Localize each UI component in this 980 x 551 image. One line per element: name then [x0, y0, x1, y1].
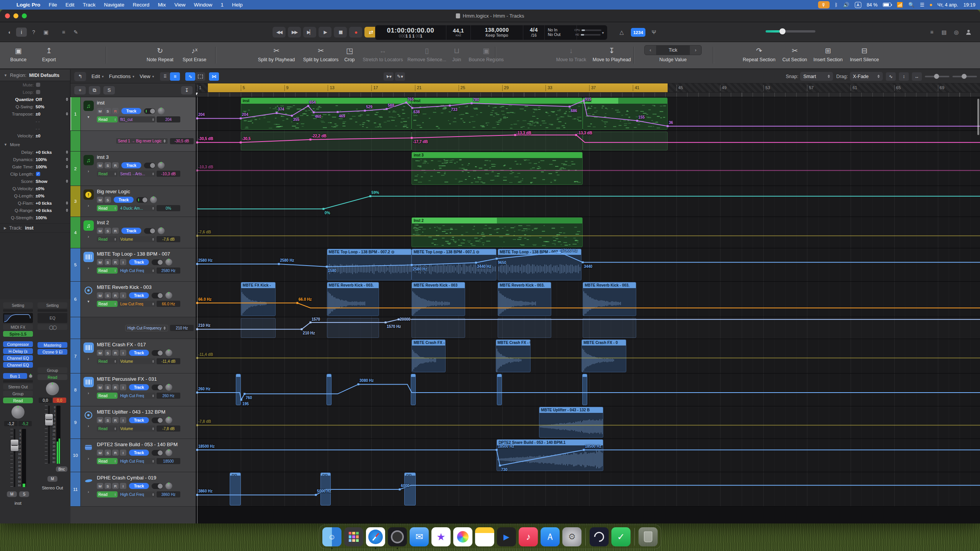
inspector-toggle-icon[interactable]: i: [16, 28, 27, 37]
quick-help-icon[interactable]: ?: [28, 28, 39, 37]
marquee-tool-icon[interactable]: [195, 72, 205, 81]
track-i-button[interactable]: I: [120, 417, 126, 423]
vertical-zoom-slider[interactable]: [925, 76, 949, 77]
automation-mode-button[interactable]: Read: [97, 205, 118, 211]
disclosure-chevron-icon[interactable]: ▾: [87, 299, 89, 303]
disclosure-chevron-icon[interactable]: ›: [88, 266, 89, 270]
track-r-button[interactable]: R: [112, 162, 119, 168]
track-stack-button[interactable]: Track: [121, 162, 141, 168]
menu-item-1[interactable]: 1: [216, 2, 228, 8]
pan-knob[interactable]: [11, 406, 24, 419]
automation-subtrack-header-6[interactable]: High Cut Frequency210 Hz: [70, 317, 196, 339]
plugin-slot[interactable]: Compressor: [3, 341, 33, 347]
dock-app-media-player[interactable]: ▶: [497, 527, 516, 546]
track-s-button[interactable]: S: [105, 259, 111, 265]
dock-app-finder[interactable]: ☺: [322, 527, 341, 546]
pencil-tool-button[interactable]: ✎▾: [395, 72, 405, 81]
track-name[interactable]: MBTE Top Loop - 138 BPM - 007: [97, 251, 194, 257]
menu-item-track[interactable]: Track: [78, 2, 100, 8]
track-name[interactable]: MBTE Uplifter - 043 - 132 BPM: [97, 409, 194, 415]
automation-mode-button[interactable]: Read: [3, 398, 33, 403]
gain-value[interactable]: -5,2: [18, 421, 32, 426]
rewind-button[interactable]: ◀◀: [273, 27, 286, 37]
track-s-button[interactable]: S: [105, 350, 111, 356]
automation-mode-button[interactable]: Read: [97, 358, 118, 364]
setting-button[interactable]: Setting: [38, 302, 67, 308]
track-number[interactable]: 3: [70, 186, 81, 217]
mixer-icon[interactable]: ≡: [58, 28, 69, 37]
dock-app-antivirus[interactable]: ✓: [611, 527, 630, 546]
nudge-value-control[interactable]: ‹Tick›Nudge Value: [642, 45, 704, 62]
inspector-param-q-length[interactable]: Q-Length:±0%: [0, 192, 70, 199]
track-i-button[interactable]: I: [120, 483, 126, 489]
dock-app-notes[interactable]: [475, 527, 494, 546]
track-s-button[interactable]: S: [105, 228, 111, 234]
track-m-button[interactable]: M: [97, 228, 103, 234]
horizontal-zoom-icon[interactable]: ↔: [912, 72, 922, 81]
vertical-scrollbar[interactable]: [977, 99, 979, 135]
toolbar-cut-section[interactable]: ✂Cut Section: [782, 45, 807, 62]
track-header-4[interactable]: 4♫›Inst 2MSRTrackReadVolume-7,6 dB: [70, 217, 196, 248]
automation-subtrack-header-1[interactable]: Send 1 → Big rever Logic-30,5 dB: [70, 131, 196, 152]
inspector-param-loop[interactable]: Loop:: [0, 88, 70, 96]
dock-app-app-store[interactable]: Ａ: [541, 527, 560, 546]
dock-app-mail[interactable]: ✉: [410, 527, 429, 546]
automation-param-value[interactable]: 66.0 Hz: [157, 301, 180, 307]
lcd-division[interactable]: /16: [531, 33, 537, 38]
menu-item-view[interactable]: View: [170, 2, 189, 8]
go-to-end-button[interactable]: ▶▏: [303, 27, 316, 37]
toolbar-move-to-playhead[interactable]: ↧Move to Playhead: [593, 45, 631, 62]
lcd-smpte[interactable]: 01:00:00:00.00: [387, 27, 434, 34]
toolbar-bounce[interactable]: ▣Bounce: [10, 45, 26, 62]
disclosure-chevron-icon[interactable]: ›: [88, 169, 89, 173]
lcd-mode-chevron-icon[interactable]: ▾: [599, 25, 607, 40]
subtrack-param-select[interactable]: High Cut Frequency: [125, 325, 168, 331]
track-inspector-header[interactable]: ▶Track:inst: [0, 223, 70, 233]
pointer-tool-button[interactable]: ➤▾: [384, 72, 394, 81]
track-stack-button[interactable]: Track: [129, 417, 149, 423]
automation-param-value[interactable]: -7,6 dB: [157, 236, 180, 242]
group-slot[interactable]: Group: [38, 367, 67, 373]
track-stack-button[interactable]: Track: [129, 292, 149, 298]
input-source-badge[interactable]: A: [855, 2, 861, 8]
drag-select[interactable]: X-Fade: [850, 72, 883, 81]
menu-item-mix[interactable]: Mix: [154, 2, 170, 8]
grid-view-icon[interactable]: ⠿: [160, 72, 170, 81]
track-lane[interactable]: MBTE Top Loop - 138 BPM - 007.2 ⊙MBTE To…: [196, 248, 980, 282]
track-lane[interactable]: Inst 2-7,6 dB: [196, 217, 980, 248]
toolbar-split-by-playhead[interactable]: ✂Split by Playhead: [258, 45, 295, 62]
lcd-display[interactable]: 01:00:00:00.00 0001 1 1 001 44,1 KHZ 138…: [375, 25, 607, 40]
zoom-button[interactable]: [22, 13, 27, 18]
track-number[interactable]: 10: [70, 439, 81, 472]
track-number[interactable]: 7: [70, 339, 81, 373]
automation-mode-button[interactable]: Read: [38, 374, 67, 380]
automation-param-value[interactable]: 260 Hz: [157, 393, 180, 399]
track-header-5[interactable]: 5›MBTE Top Loop - 138 BPM - 007MSRITrack…: [70, 248, 196, 282]
track-m-button[interactable]: M: [97, 259, 103, 265]
title-bar[interactable]: Hmm.logicx - Hmm - Tracks: [0, 10, 980, 22]
loops-browser-icon[interactable]: ◎: [951, 28, 962, 37]
track-s-button[interactable]: S: [105, 450, 111, 456]
track-stack-button[interactable]: Track: [121, 228, 141, 234]
inspector-param-mute[interactable]: Mute:: [0, 81, 70, 88]
track-r-button[interactable]: R: [112, 108, 119, 114]
track-number[interactable]: 1: [70, 97, 81, 130]
track-lane[interactable]: DPTE2 Snare Build - 053 - 140 BPM.118500…: [196, 439, 980, 472]
bar-ruler[interactable]: 15913172125293337414549535761656973: [196, 83, 980, 97]
mute-button[interactable]: M: [7, 491, 17, 497]
automation-param-value[interactable]: 2580 Hz: [157, 267, 180, 274]
track-lane[interactable]: 0%59%: [196, 186, 980, 217]
vertical-zoom-icon[interactable]: ↕: [899, 72, 909, 81]
search-icon[interactable]: 🔍: [908, 2, 915, 8]
track-i-button[interactable]: I: [120, 450, 126, 456]
track-s-button[interactable]: S: [105, 483, 111, 489]
pan-value[interactable]: -1,2: [4, 421, 18, 426]
user-icon[interactable]: [963, 28, 974, 37]
track-header-7[interactable]: 7›MBTE Crash FX - 017MSRITrackReadVolume…: [70, 339, 196, 373]
track-header-11[interactable]: 11›DPHE Crash Cymbal - 019MSRITrackReadH…: [70, 472, 196, 507]
subtrack-param-select[interactable]: Send 1 → Big rever Logic: [116, 138, 168, 144]
menu-item-logic-pro[interactable]: Logic Pro: [12, 2, 44, 8]
automation-param-value[interactable]: 204: [157, 116, 180, 122]
view-menu[interactable]: View▾: [140, 73, 154, 79]
track-m-button[interactable]: M: [97, 483, 103, 489]
